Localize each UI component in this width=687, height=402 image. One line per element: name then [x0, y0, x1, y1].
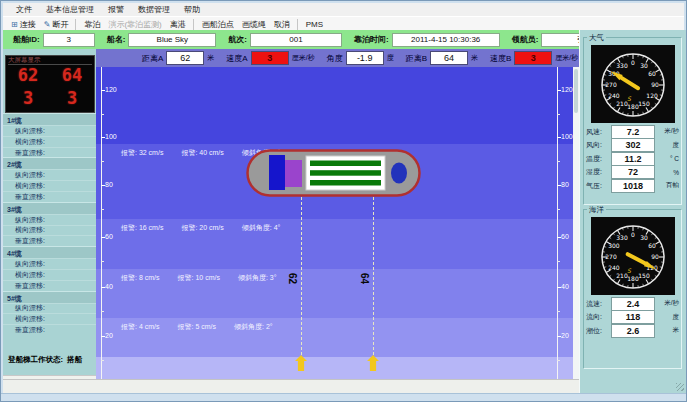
gangway-status-value: 搭船 [67, 355, 82, 365]
toolbar-button[interactable]: PMS [302, 20, 327, 29]
measure-unit: 厘米/秒 [292, 53, 315, 63]
info-field-label: 靠泊时间: [354, 34, 389, 45]
weather-row-value[interactable]: 7.2 [611, 125, 655, 139]
weather-group-title: 大气 [587, 33, 606, 42]
current-direction-gauge: 0306090120150180210240270300330S [591, 217, 675, 295]
toolbar-button-label: 画船泊点 [202, 19, 234, 30]
svg-text:30: 30 [640, 234, 648, 241]
ocean-group: 海洋 0306090120150180210240270300330S 流速: … [583, 209, 682, 369]
sidebar: 大屏幕显示 62 64 3 3 1#缆 纵向漂移: 横向漂移: 垂直漂移: [3, 49, 96, 393]
alarm-speed-a: 报警: 4 cm/s [121, 322, 160, 332]
alarm-threshold-row: 报警: 8 cm/s 报警: 10 cm/s 倾斜角度: 3° [121, 273, 277, 283]
ocean-row-value[interactable]: 2.4 [611, 297, 655, 311]
svg-text:90: 90 [651, 253, 659, 260]
ocean-row: 流速: 2.4 米/秒 [586, 297, 679, 311]
measure-value[interactable]: 3 [251, 51, 289, 65]
distance-ruler-left: 12010080604020 [101, 67, 102, 379]
toolbar-button[interactable]: 画船泊点 [198, 19, 238, 30]
cable-group-header: 4#缆 [3, 246, 96, 258]
svg-text:270: 270 [605, 253, 617, 260]
svg-text:330: 330 [616, 62, 628, 69]
cable-drift-label: 垂直漂移: [3, 324, 96, 335]
axis-tick-label: 100 [105, 133, 117, 140]
toolbar-button-label: 离港 [170, 19, 186, 30]
svg-text:150: 150 [638, 272, 650, 279]
weather-row-value[interactable]: 302 [611, 138, 655, 152]
toolbar-button-label: 靠泊 [84, 19, 100, 30]
toolbar-button[interactable]: 靠泊 [80, 19, 104, 30]
measure-value[interactable]: -1.9 [346, 51, 384, 65]
toolbar-button[interactable]: ✎ 断开 [40, 19, 77, 30]
chart-scrollbar-thumb[interactable] [574, 69, 578, 113]
ship-superstructure-blue [269, 155, 285, 190]
connect-icon: ⊞ [11, 20, 18, 29]
ship-block-purple [285, 160, 302, 187]
axis-tick-label: 20 [561, 332, 569, 339]
cable-drift-label: 纵向漂移: [3, 258, 96, 269]
cable-drift-label: 横向漂移: [3, 225, 96, 236]
axis-tick-label: 60 [105, 233, 113, 240]
svg-text:90: 90 [651, 81, 659, 88]
menu-item[interactable]: 基本信息管理 [39, 4, 101, 15]
gangway-status: 登船梯工作状态: 搭船 [3, 351, 96, 369]
info-field-value[interactable]: 2011-4-15 10:30:36 [392, 33, 500, 47]
axis-tick-label: 120 [561, 86, 573, 93]
measure-value[interactable]: 3 [514, 51, 552, 65]
ship-graphic [246, 149, 421, 197]
menu-item[interactable]: 文件 [9, 4, 39, 15]
menu-item[interactable]: 报警 [101, 4, 131, 15]
svg-text:330: 330 [616, 234, 628, 241]
cable-group: 5#缆 纵向漂移: 横向漂移: 垂直漂移: [3, 291, 96, 335]
measure-unit: 度 [387, 53, 394, 63]
measure-value[interactable]: 62 [166, 51, 204, 65]
axis-tick-label: 120 [105, 86, 117, 93]
resize-grip[interactable] [676, 383, 684, 391]
led-distance-b: 64 [50, 64, 94, 87]
measure-label: 角度 [327, 53, 343, 64]
svg-text:60: 60 [648, 242, 656, 249]
measurement-bar: 距离A 62 米 速度A 3 厘米/秒 角度 -1.9 度 距离B 64 米 速… [96, 49, 579, 67]
weather-rows: 风速: 7.2 米/秒 风向: 302 度 温度: 11.2 ° C [584, 125, 681, 193]
info-field-label: 航次: [228, 34, 247, 45]
axis-tick-label: 20 [105, 332, 113, 339]
info-field-value[interactable]: Blue Sky [128, 33, 216, 47]
toolbar-button[interactable]: ⊞ 连接 [7, 19, 40, 30]
toolbar-button[interactable]: 离港 [166, 19, 194, 30]
deck-stripe [310, 180, 381, 186]
cable-drift-label: 垂直漂移: [3, 235, 96, 246]
measure-label: 距离A [142, 53, 163, 64]
cable-drift-label: 横向漂移: [3, 136, 96, 147]
toolbar-button[interactable]: 取消 [270, 19, 298, 30]
menu-item[interactable]: 数据管理 [131, 4, 177, 15]
ocean-row-label: 潮位: [586, 326, 611, 336]
ocean-row-value[interactable]: 2.6 [611, 324, 655, 338]
deck-stripe [310, 161, 381, 167]
cable-group-header: 2#缆 [3, 157, 96, 169]
cable-drift-label: 垂直漂移: [3, 191, 96, 202]
cable-drift-label: 纵向漂移: [3, 169, 96, 180]
alarm-speed-b: 报警: 10 cm/s [178, 273, 220, 283]
alarm-speed-a: 报警: 8 cm/s [121, 273, 160, 283]
ocean-rows: 流速: 2.4 米/秒 流向: 118 度 潮位: 2.6 米 [584, 297, 681, 338]
weather-row-value[interactable]: 11.2 [611, 152, 655, 166]
alarm-threshold-row: 报警: 16 cm/s 报警: 20 cm/s 倾斜角度: 4° [121, 223, 280, 233]
menu-item[interactable]: 帮助 [177, 4, 207, 15]
toolbar-button[interactable]: 画缆绳 [238, 19, 270, 30]
weather-row-value[interactable]: 1018 [611, 179, 655, 193]
measure-label: 速度A [226, 53, 247, 64]
info-field-value[interactable]: 3 [43, 33, 95, 47]
ocean-row-unit: 米/秒 [655, 299, 679, 308]
measure-label: 速度B [490, 53, 511, 64]
weather-row-label: 风速: [586, 127, 611, 137]
measure-value[interactable]: 64 [430, 51, 468, 65]
ocean-row-value[interactable]: 118 [611, 310, 655, 324]
alarm-speed-b: 报警: 20 cm/s [181, 223, 223, 233]
alarm-tilt-angle: 倾斜角度: 2° [234, 322, 273, 332]
mooring-distance-value: 62 [287, 273, 298, 284]
weather-row-value[interactable]: 72 [611, 165, 655, 179]
svg-text:0: 0 [631, 231, 635, 238]
wind-direction-gauge: 0306090120150180210240270300330S [591, 45, 675, 123]
weather-row-unit: 度 [655, 141, 679, 150]
mooring-dashed-line [301, 197, 302, 355]
info-field-value[interactable]: 001 [250, 33, 342, 47]
